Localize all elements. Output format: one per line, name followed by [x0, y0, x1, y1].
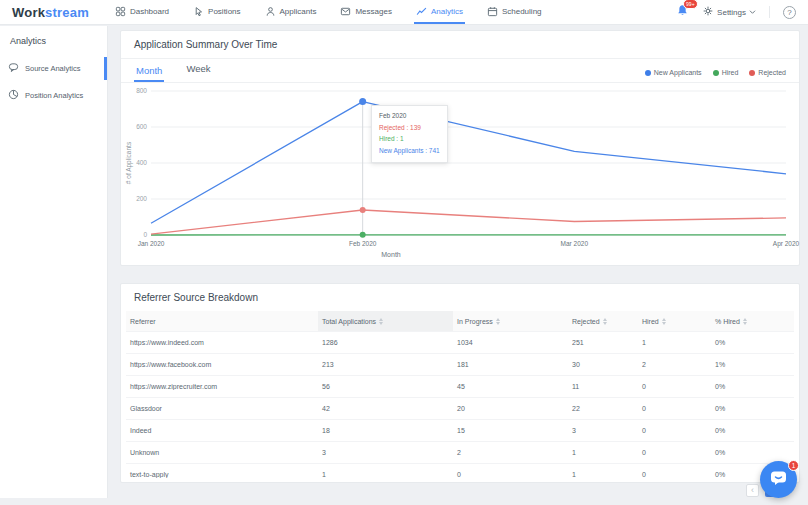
marker-hired[interactable] — [360, 232, 366, 238]
scheduling-icon — [487, 6, 498, 17]
tab-month[interactable]: Month — [134, 61, 164, 82]
value-cell: 3 — [568, 427, 638, 434]
value-cell: 181 — [453, 361, 568, 368]
nav-item-label: Messages — [355, 7, 391, 16]
value-cell: 0 — [453, 471, 568, 478]
y-axis-title: # of Applicants — [125, 141, 133, 184]
chart-tabs-row: MonthWeek New ApplicantsHiredRejected — [121, 59, 799, 83]
question-mark-icon: ? — [787, 8, 791, 17]
nav-item-label: Scheduling — [502, 7, 542, 16]
nav-item-label: Positions — [208, 7, 240, 16]
topbar-divider — [769, 6, 770, 18]
value-cell: 0% — [711, 339, 794, 346]
x-tick-label: Feb 2020 — [349, 240, 377, 247]
primary-nav: DashboardPositionsApplicantsMessagesAnal… — [103, 0, 554, 24]
value-cell: 22 — [568, 405, 638, 412]
chat-widget-button[interactable]: 1 — [760, 461, 797, 498]
sort-carets-icon[interactable] — [603, 318, 607, 325]
column-header-rejected[interactable]: Rejected — [568, 311, 638, 331]
column-header-total-applications[interactable]: Total Applications — [318, 311, 453, 331]
value-cell: 3 — [318, 449, 453, 456]
table-body: https://www.indeed.com1286103425110%http… — [126, 331, 794, 485]
value-cell: 15 — [453, 427, 568, 434]
column-header-in-progress[interactable]: In Progress — [453, 311, 568, 331]
nav-item-messages[interactable]: Messages — [338, 0, 393, 24]
tab-week[interactable]: Week — [184, 59, 212, 82]
value-cell: 0% — [711, 427, 794, 434]
value-cell: 0 — [638, 449, 711, 456]
tooltip-lines: Rejected : 139Hired : 1New Applicants : … — [379, 122, 440, 157]
table-row[interactable]: https://www.indeed.com1286103425110% — [126, 331, 794, 353]
legend-item-rejected[interactable]: Rejected — [749, 69, 786, 76]
column-header-referrer: Referrer — [126, 311, 318, 331]
legend-label: Rejected — [758, 69, 786, 76]
nav-item-scheduling[interactable]: Scheduling — [485, 0, 544, 24]
nav-item-positions[interactable]: Positions — [191, 0, 242, 24]
referrer-cell: Indeed — [126, 427, 318, 434]
series-line-new-applicants[interactable] — [151, 102, 786, 224]
table-row[interactable]: https://www.facebook.com2131813021% — [126, 353, 794, 375]
sidebar-item-position-analytics[interactable]: Position Analytics — [0, 82, 107, 109]
sidebar-item-source-analytics[interactable]: Source Analytics — [0, 55, 107, 82]
analytics-icon — [416, 6, 427, 17]
settings-menu-button[interactable]: Settings — [702, 5, 756, 19]
legend-dot — [713, 70, 719, 76]
chat-unread-badge: 1 — [788, 460, 799, 471]
marker-new-applicants[interactable] — [359, 98, 366, 105]
column-header--hired[interactable]: % Hired — [711, 311, 794, 331]
column-label: Total Applications — [322, 318, 376, 325]
value-cell: 1286 — [318, 339, 453, 346]
notifications-button[interactable]: 99+ — [676, 3, 689, 21]
summary-chart-area: 0200400600800Jan 2020Feb 2020Mar 2020Apr… — [121, 83, 801, 265]
y-tick-label: 0 — [143, 231, 147, 238]
legend-dot — [645, 70, 651, 76]
x-tick-label: Jan 2020 — [138, 240, 165, 247]
value-cell: 213 — [318, 361, 453, 368]
chat-bubble-icon — [769, 468, 788, 491]
tooltip-line-new-applicants: New Applicants : 741 — [379, 145, 440, 157]
value-cell: 0 — [638, 427, 711, 434]
workstream-logo[interactable]: Workstream — [12, 5, 89, 20]
referrer-cell: text-to-apply — [126, 471, 318, 478]
value-cell: 1 — [568, 471, 638, 478]
table-header-row: ReferrerTotal ApplicationsIn ProgressRej… — [126, 311, 794, 331]
legend-dot — [749, 70, 755, 76]
sort-carets-icon[interactable] — [496, 318, 500, 325]
value-cell: 251 — [568, 339, 638, 346]
legend-item-new-applicants[interactable]: New Applicants — [645, 69, 702, 76]
table-row[interactable]: text-to-apply10100% — [126, 463, 794, 485]
nav-item-dashboard[interactable]: Dashboard — [113, 0, 171, 24]
pagination-prev-button[interactable]: ‹ — [746, 484, 759, 497]
marker-rejected[interactable] — [360, 207, 366, 213]
x-axis-title: Month — [381, 251, 401, 258]
nav-item-label: Applicants — [280, 7, 317, 16]
sort-carets-icon[interactable] — [379, 318, 383, 325]
table-row[interactable]: https://www.ziprecruiter.com56451100% — [126, 375, 794, 397]
help-button[interactable]: ? — [783, 6, 796, 19]
table-row[interactable]: Indeed1815300% — [126, 419, 794, 441]
chart-tabs: MonthWeek — [134, 59, 233, 82]
value-cell: 42 — [318, 405, 453, 412]
value-cell: 0 — [638, 383, 711, 390]
value-cell: 56 — [318, 383, 453, 390]
dashboard-icon — [115, 6, 126, 17]
topbar-right: 99+ Settings ? — [676, 3, 796, 21]
logo-stream: stream — [45, 5, 89, 20]
nav-item-applicants[interactable]: Applicants — [263, 0, 319, 24]
column-label: Hired — [642, 318, 659, 325]
summary-chart[interactable]: 0200400600800Jan 2020Feb 2020Mar 2020Apr… — [121, 83, 801, 265]
nav-item-analytics[interactable]: Analytics — [414, 0, 465, 24]
sort-carets-icon[interactable] — [662, 318, 666, 325]
legend-label: New Applicants — [654, 69, 702, 76]
value-cell: 1 — [638, 339, 711, 346]
sort-carets-icon[interactable] — [743, 318, 747, 325]
series-line-rejected[interactable] — [151, 210, 786, 234]
chart-legend: New ApplicantsHiredRejected — [645, 69, 786, 82]
table-row[interactable]: Unknown32100% — [126, 441, 794, 463]
gear-icon — [702, 5, 714, 19]
column-header-hired[interactable]: Hired — [638, 311, 711, 331]
legend-item-hired[interactable]: Hired — [713, 69, 739, 76]
table-row[interactable]: Glassdoor42202200% — [126, 397, 794, 419]
logo-word: Work — [12, 5, 45, 20]
nav-item-label: Dashboard — [130, 7, 169, 16]
